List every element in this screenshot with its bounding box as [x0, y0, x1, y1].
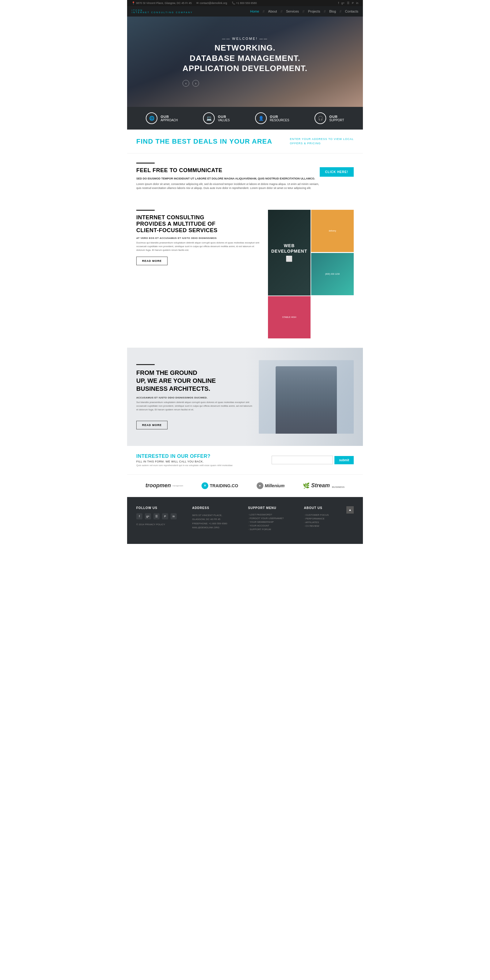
nav-sep-4: //: [324, 10, 326, 13]
click-here-button[interactable]: CLICK HERE!: [320, 167, 354, 177]
teal-content: (800) 333 1234: [324, 271, 341, 277]
offer-section: INTERESTED IN OUR OFFER? FILL IN THIS FO…: [127, 446, 363, 475]
web-dev-icon: ⬜: [271, 255, 307, 262]
hero-prev-button[interactable]: ‹: [183, 80, 189, 87]
architects-image: [259, 360, 354, 434]
feature-support[interactable]: 🎧 OUR SUPPORT: [315, 112, 344, 124]
resources-text: OUR RESOURCES: [270, 115, 289, 122]
nav-projects[interactable]: Projects: [308, 10, 320, 13]
nav-sep-2: //: [280, 10, 282, 13]
consulting-left: INTERNET CONSULTING PROVIDES A MULTITUDE…: [136, 210, 262, 265]
millenium-text: Millenium: [265, 483, 285, 488]
communicate-body: SED DO EIUSMOD TEMPOR INCIDIDUNT UT LABO…: [136, 177, 320, 191]
resources-icon: 👤: [255, 112, 267, 124]
deals-title: FIND THE BEST DEALS IN YOUR AREA: [136, 137, 272, 145]
googleplus-link[interactable]: g+: [342, 2, 345, 5]
about-cv-review[interactable]: CV REVIEW: [304, 525, 354, 527]
communicate-section: FEEL FREE TO COMMUNICATE SED DO EIUSMOD …: [127, 153, 363, 200]
nav-blog[interactable]: Blog: [329, 10, 336, 13]
about-affiliates[interactable]: AFFILIATES: [304, 521, 354, 524]
offer-input[interactable]: [272, 456, 333, 464]
feature-approach[interactable]: 🌐 OUR APPROACH: [146, 112, 178, 124]
communicate-body-text: Lorem ipsum dolor sit amet, consectetur …: [136, 183, 319, 190]
footer-address: ADDRESS 9870 ST VINCENT PLACE, GLASGOW, …: [192, 506, 242, 531]
footer-rss-icon[interactable]: ☰: [153, 513, 159, 519]
teal-image: (800) 333 1234: [311, 253, 354, 295]
deals-section: FIND THE BEST DEALS IN YOUR AREA ENTER Y…: [127, 130, 363, 153]
about-performance[interactable]: PERFORMANCE: [304, 517, 354, 520]
facebook-link[interactable]: f: [338, 2, 339, 5]
pink-image: STABLE HIGH: [268, 296, 310, 339]
values-icon: 💻: [203, 112, 215, 124]
consulting-title: INTERNET CONSULTING PROVIDES A MULTITUDE…: [136, 215, 262, 234]
main-nav: Home // About // Services // Projects //…: [250, 10, 358, 13]
offer-subtitle: FILL IN THIS FORM. WE WILL CALL YOU BACK…: [136, 460, 232, 463]
about-customer-focus[interactable]: CUSTOMER FOCUS: [304, 514, 354, 516]
scroll-top-button[interactable]: ▲: [346, 506, 354, 514]
logo-subtitle: INTERNET CONSULTING COMPANY: [132, 11, 193, 13]
footer-linkedin-icon[interactable]: in: [170, 513, 177, 519]
site-footer: FOLLOW US f g+ ☰ P in © 2014 PRIVACY POL…: [127, 497, 363, 544]
nav-contacts[interactable]: Contacts: [345, 10, 358, 13]
phone-info: 📞 +1 800 559 6580: [232, 2, 257, 5]
rss-link[interactable]: ☰: [347, 2, 350, 5]
resources-label: OUR: [270, 115, 289, 119]
logos-section: troopmen management ✕ TRAIDING.CO ● Mill…: [127, 475, 363, 497]
orange-image: delivery: [311, 210, 354, 252]
offer-note: Quis autem vel eum iure reprehenderit qu…: [136, 464, 232, 467]
email-icon: ✉: [196, 2, 199, 5]
architects-read-more-button[interactable]: READ MORE: [136, 421, 167, 430]
section-divider: [136, 162, 155, 164]
top-bar-left: 📍 9870 St Vincent Place, Glasgow, DC 45 …: [132, 2, 257, 5]
consulting-subtitle: AT VERO EOS ET ACCUSAMUS ET IUSTO ODIO D…: [136, 237, 262, 240]
support-forgot-username[interactable]: FORGOT YOUR USERNAME?: [248, 517, 298, 520]
traiding-badge: ✕: [202, 482, 208, 489]
values-text: OUR VALUES: [218, 115, 230, 122]
support-membership[interactable]: YOUR MEMBERSHIP: [248, 520, 298, 523]
stream-icon: 🌿: [303, 482, 310, 489]
nav-services[interactable]: Services: [286, 10, 299, 13]
copyright-text: © 2014 PRIVACY POLICY: [136, 522, 186, 527]
hero-content: WELCOME! NETWORKING. DATABASE MANAGEMENT…: [183, 37, 307, 87]
support-text: OUR SUPPORT: [329, 115, 344, 122]
communicate-inner: FEEL FREE TO COMMUNICATE SED DO EIUSMOD …: [136, 167, 354, 193]
nav-home[interactable]: Home: [250, 10, 259, 13]
nav-about[interactable]: About: [268, 10, 277, 13]
hero-navigation: ‹ ›: [183, 80, 307, 87]
nav-sep-3: //: [302, 10, 304, 13]
footer-googleplus-icon[interactable]: g+: [145, 513, 151, 519]
support-forum[interactable]: SUPPORT FORUM: [248, 528, 298, 531]
consulting-images: WEBDEVELOPMENT ⬜ delivery (800) 333 1234…: [268, 210, 354, 339]
support-account[interactable]: YOUR ACCOUNT: [248, 524, 298, 527]
support-lost-password[interactable]: LOST PASSWORD?: [248, 513, 298, 516]
feature-resources[interactable]: 👤 OUR RESOURCES: [255, 112, 289, 124]
linkedin-link[interactable]: in: [356, 2, 358, 5]
site-logo[interactable]: ITCON INTERNET CONSULTING COMPANY: [132, 9, 193, 13]
consulting-read-more-button[interactable]: READ MORE: [136, 257, 167, 265]
feature-values[interactable]: 💻 OUR VALUES: [203, 112, 230, 124]
footer-pinterest-icon[interactable]: P: [162, 513, 168, 519]
address-info: 📍 9870 St Vincent Place, Glasgow, DC 45 …: [132, 2, 192, 5]
pinterest-link[interactable]: P: [352, 2, 354, 5]
architects-subtitle: ACCUSAMUS ET IUSTO ODIO DIGNISSIMOS DUCI…: [136, 396, 253, 399]
follow-title: FOLLOW US: [136, 506, 186, 510]
support-label: OUR: [329, 115, 344, 119]
address-content: 9870 ST VINCENT PLACE, GLASGOW, DC 46 FR…: [192, 513, 242, 530]
location-icon: 📍: [132, 2, 135, 5]
architects-left: FROM THE GROUND UP, WE ARE YOUR ONLINE B…: [136, 364, 253, 430]
communicate-title: FEEL FREE TO COMMUNICATE: [136, 167, 320, 173]
consulting-divider: [136, 210, 155, 211]
top-bar-social: f g+ ☰ P in: [338, 2, 358, 5]
deals-subtitle: ENTER YOUR ADDRESS TO VIEW LOCAL OFFERS …: [290, 137, 354, 145]
approach-icon: 🌐: [146, 112, 158, 124]
about-title: ABOUT US: [304, 506, 323, 510]
architects-section: FROM THE GROUND UP, WE ARE YOUR ONLINE B…: [127, 348, 363, 446]
hero-next-button[interactable]: ›: [192, 80, 199, 87]
submit-button[interactable]: submit: [334, 456, 354, 464]
approach-text: OUR APPROACH: [161, 115, 178, 122]
footer-content: FOLLOW US f g+ ☰ P in © 2014 PRIVACY POL…: [136, 506, 354, 531]
logo-troopmen: troopmen management: [145, 482, 183, 489]
footer-facebook-icon[interactable]: f: [136, 513, 142, 519]
offer-right: submit: [272, 456, 354, 464]
logo-text: ITCON: [132, 9, 193, 11]
